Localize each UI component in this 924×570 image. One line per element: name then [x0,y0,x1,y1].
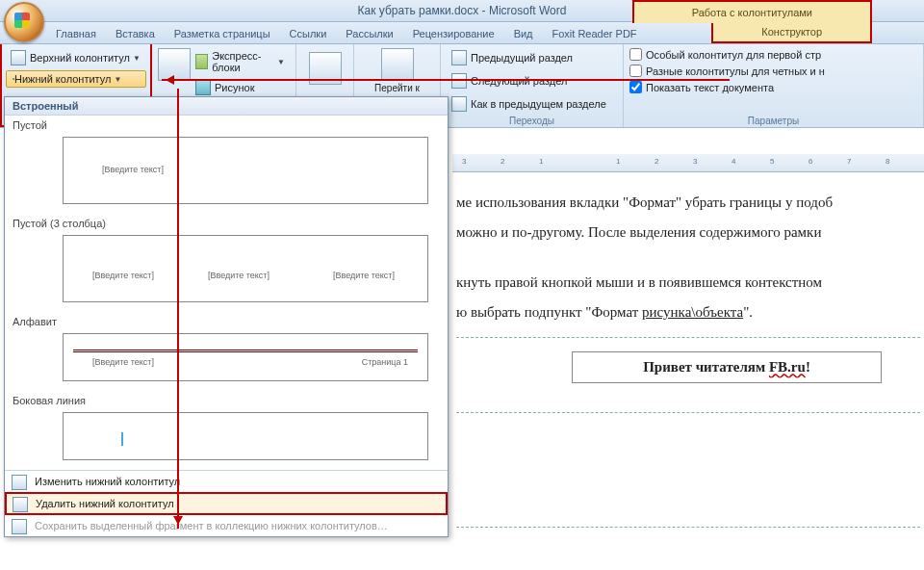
quickparts-label: Экспресс-блоки [212,50,274,73]
gallery-section-3col: Пустой (3 столбца) [5,214,448,231]
tab-foxit[interactable]: Foxit Reader PDF [543,25,647,43]
opts-group-label: Параметры [624,116,923,126]
title-bar: Как убрать рамки.docx - Microsoft Word Р… [0,0,924,22]
next-icon [451,73,467,89]
header-label: Верхний колонтитул [30,52,130,64]
quickparts-button[interactable]: Экспресс-блоки▼ [191,47,290,76]
placeholder-text: [Введите текст] [102,165,164,174]
gallery-header-builtin: Встроенный [5,97,448,116]
footer-gallery-dropdown: Встроенный Пустой [Введите текст] Пустой… [4,96,449,537]
header-button[interactable]: Верхний колонтитул▼ [6,47,146,68]
annotation-arrow [177,89,179,529]
quickparts-icon [195,54,208,69]
prev-label: Предыдущий раздел [471,52,573,64]
show-doc-checkbox[interactable]: Показать текст документа [629,79,917,95]
document-area: 3 2 1 1 2 3 4 5 6 7 8 ме использования в… [452,154,924,570]
footer-text: ! [806,359,810,375]
sideline-cursor [121,432,130,446]
footer-separator [456,337,920,338]
save-selection-label: Сохранить выделенный фрагмент в коллекци… [35,520,388,531]
contextual-tab-header: Работа с колонтитулами [632,0,872,23]
link-previous-button[interactable]: Как в предыдущем разделе [447,93,617,115]
group-options: Особый колонтитул для первой стр Разные … [624,44,924,127]
edit-footer-label: Изменить нижний колонтитул [35,476,180,487]
footer-content-box[interactable]: Привет читателям FB.ru! [572,351,882,383]
prev-section-button[interactable]: Предыдущий раздел [447,47,617,68]
goto-footer-icon[interactable] [381,48,414,81]
prev-icon [451,50,467,65]
office-button[interactable] [4,2,44,42]
tab-mailings[interactable]: Рассылки [336,25,402,43]
tab-design[interactable]: Конструктор [711,23,872,43]
date-time-button[interactable] [158,46,191,99]
footer-separator [456,412,920,413]
footer-label: Нижний колонтитул [14,73,111,85]
picture-label: Рисунок [215,82,255,93]
first-page-checkbox[interactable]: Особый колонтитул для первой стр [629,46,917,63]
footer-button[interactable]: Нижний колонтитул▼ [6,70,146,88]
placeholder-text: [Введите текст] [333,271,395,280]
placeholder-text: [Введите текст] [208,271,270,280]
annotation-arrow [162,79,730,81]
doc-line: кнуть правой кнопкой мыши и в появившемс… [456,272,920,294]
gallery-section-blank: Пустой [5,116,448,133]
tab-view[interactable]: Вид [504,25,543,43]
placeholder-text: [Введите текст] [92,271,154,280]
edit-footer-item[interactable]: Изменить нижний колонтитул [5,471,448,492]
remove-footer-label: Удалить нижний колонтитул [36,498,174,509]
doc-line: можно и по-другому. После выделения соде… [456,221,920,244]
gallery-section-sideline: Боковая линия [5,391,448,408]
odd-even-label: Разные колонтитулы для четных и н [646,65,825,77]
gallery-preview-alphabet[interactable]: [Введите текст] Страница 1 [63,333,428,381]
footer-text: Привет читателям [643,359,769,375]
chevron-down-icon: ▼ [277,58,285,66]
chevron-down-icon: ▼ [133,54,141,63]
placeholder-text: [Введите текст] [92,357,154,367]
page-number-text: Страница 1 [362,357,408,367]
divider [73,351,418,352]
divider [73,350,418,350]
footer-link: FB.ru [769,359,806,375]
tab-home[interactable]: Главная [46,25,106,43]
next-section-button[interactable]: Следующий раздел [447,70,617,91]
gallery-footer: Изменить нижний колонтитул Удалить нижни… [5,470,448,536]
save-icon [12,519,27,534]
first-page-label: Особый колонтитул для первой стр [646,49,821,61]
gallery-preview-3col[interactable]: [Введите текст] [Введите текст] [Введите… [63,235,428,302]
nav-group-label: Переходы [441,116,623,126]
chevron-down-icon: ▼ [114,75,121,84]
link-icon [451,96,467,112]
tab-layout[interactable]: Разметка страницы [165,25,280,43]
save-selection-item: Сохранить выделенный фрагмент в коллекци… [5,515,448,536]
doc-line: ю выбрать подпункт "Формат рисунка\объек… [456,301,920,324]
gallery-preview-blank[interactable]: [Введите текст] [63,137,428,204]
edit-icon [12,475,27,490]
footer-separator [456,527,920,528]
remove-icon [13,497,28,512]
odd-even-checkbox[interactable]: Разные колонтитулы для четных и н [629,63,917,79]
ribbon-tabs: Главная Вставка Разметка страницы Ссылки… [0,22,924,44]
show-doc-label: Показать текст документа [646,82,774,93]
tab-insert[interactable]: Вставка [106,25,165,43]
document-body[interactable]: ме использования вкладки "Формат" убрать… [452,172,924,528]
tab-review[interactable]: Рецензирование [403,25,504,43]
next-label: Следующий раздел [471,75,567,87]
header-icon [11,50,26,65]
gallery-section-alphabet: Алфавит [5,312,448,329]
remove-footer-item[interactable]: Удалить нижний колонтитул [5,492,448,515]
group-navigation: Предыдущий раздел Следующий раздел Как в… [441,44,624,127]
tab-references[interactable]: Ссылки [280,25,337,43]
picture-icon [195,80,211,95]
horizontal-ruler[interactable]: 3 2 1 1 2 3 4 5 6 7 8 [452,154,924,172]
link-label: Как в предыдущем разделе [471,98,606,110]
gallery-preview-sideline[interactable] [63,412,428,460]
doc-line: ме использования вкладки "Формат" убрать… [456,192,920,214]
